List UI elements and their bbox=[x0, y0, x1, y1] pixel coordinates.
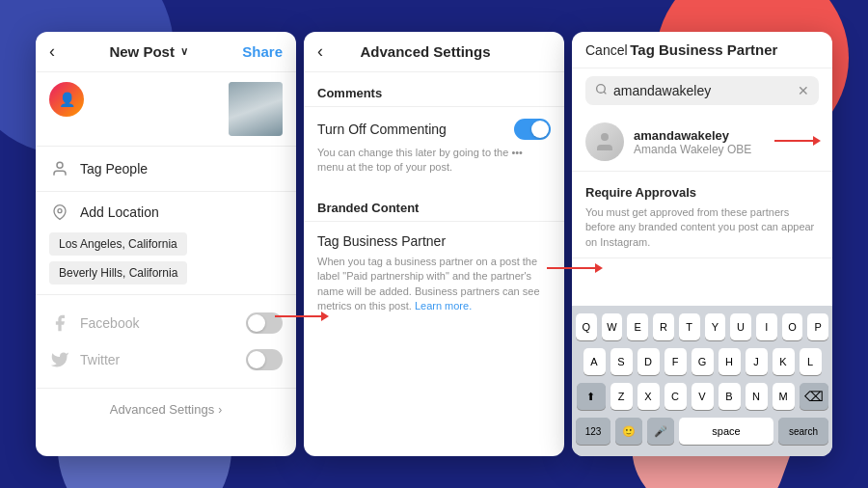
turn-off-commenting-label: Turn Off Commenting bbox=[317, 122, 447, 137]
facebook-toggle[interactable] bbox=[246, 312, 283, 334]
keyboard: Q W E R T Y U I O P A S D F G H J K L bbox=[572, 306, 832, 456]
commenting-toggle-knob bbox=[531, 121, 549, 138]
key-l[interactable]: L bbox=[800, 348, 822, 375]
post-image-row: 👤 bbox=[36, 72, 296, 147]
post-thumb-img bbox=[229, 82, 283, 136]
key-c[interactable]: C bbox=[665, 383, 687, 410]
key-delete[interactable]: ⌫ bbox=[800, 383, 828, 410]
key-s[interactable]: S bbox=[610, 348, 633, 375]
screen2-title: Advanced Settings bbox=[360, 43, 490, 60]
key-p[interactable]: P bbox=[807, 313, 828, 340]
svg-point-1 bbox=[58, 209, 62, 213]
advanced-chevron-icon: › bbox=[218, 403, 222, 417]
search-result-item[interactable]: amandawakeley Amanda Wakeley OBE bbox=[572, 113, 832, 172]
result-avatar bbox=[585, 122, 624, 161]
key-g[interactable]: G bbox=[692, 348, 714, 375]
share-to-section: Facebook Twitter bbox=[36, 295, 296, 389]
key-z[interactable]: Z bbox=[610, 383, 633, 410]
key-w[interactable]: W bbox=[602, 313, 623, 340]
screen2-back-icon[interactable]: ‹ bbox=[317, 41, 323, 62]
screen2-header: ‹ Advanced Settings bbox=[304, 32, 564, 72]
screen1-title: New Post ∨ bbox=[109, 43, 188, 60]
twitter-toggle[interactable] bbox=[246, 349, 283, 370]
location-icon bbox=[49, 202, 70, 223]
svg-point-2 bbox=[597, 85, 606, 94]
screen3-cancel-button[interactable]: Cancel bbox=[585, 42, 628, 58]
key-n[interactable]: N bbox=[746, 383, 768, 410]
location-tags: Los Angeles, California Beverly Hills, C… bbox=[49, 232, 283, 285]
search-input[interactable]: amandawakeley bbox=[613, 83, 792, 98]
key-a[interactable]: A bbox=[583, 348, 606, 375]
tag-business-partner-label[interactable]: Tag Business Partner bbox=[317, 233, 446, 249]
facebook-icon bbox=[49, 312, 70, 334]
twitter-icon bbox=[49, 349, 70, 370]
tag-people-item[interactable]: Tag People bbox=[36, 147, 296, 192]
svg-point-3 bbox=[601, 133, 609, 141]
tag-people-icon bbox=[49, 158, 70, 179]
keyboard-row-4: 123 🙂 🎤 space search bbox=[576, 418, 828, 445]
key-k[interactable]: K bbox=[773, 348, 795, 375]
key-o[interactable]: O bbox=[782, 313, 803, 340]
facebook-label: Facebook bbox=[80, 315, 139, 331]
key-j[interactable]: J bbox=[746, 348, 768, 375]
require-approvals-section: Require Approvals You must get approved … bbox=[572, 172, 832, 258]
share-button[interactable]: Share bbox=[242, 43, 283, 60]
advanced-settings-label: Advanced Settings bbox=[110, 402, 214, 417]
search-icon bbox=[595, 83, 608, 98]
post-thumbnail bbox=[229, 82, 283, 136]
title-chevron-icon: ∨ bbox=[180, 45, 188, 58]
branded-content-section-title: Branded Content bbox=[304, 187, 564, 221]
key-f[interactable]: F bbox=[665, 348, 687, 375]
add-location-label[interactable]: Add Location bbox=[80, 204, 159, 220]
key-num[interactable]: 123 bbox=[576, 418, 610, 445]
key-u[interactable]: U bbox=[730, 313, 751, 340]
comments-section-title: Comments bbox=[304, 72, 564, 106]
learn-more-link[interactable]: Learn more. bbox=[415, 300, 472, 312]
key-d[interactable]: D bbox=[637, 348, 660, 375]
key-t[interactable]: T bbox=[679, 313, 700, 340]
require-approvals-title: Require Approvals bbox=[585, 185, 819, 200]
key-search[interactable]: search bbox=[778, 418, 828, 445]
screen-advanced-settings: ‹ Advanced Settings Comments Turn Off Co… bbox=[304, 32, 564, 456]
key-i[interactable]: I bbox=[756, 313, 777, 340]
avatar: 👤 bbox=[49, 82, 84, 117]
screens-wrapper: ‹ New Post ∨ Share 👤 Tag People bbox=[36, 32, 832, 456]
spacer bbox=[572, 258, 832, 306]
key-y[interactable]: Y bbox=[705, 313, 726, 340]
tag-business-partner-item: Tag Business Partner When you tag a busi… bbox=[304, 222, 564, 326]
location-tag-la[interactable]: Los Angeles, California bbox=[49, 232, 187, 256]
key-v[interactable]: V bbox=[692, 383, 714, 410]
location-tag-bh[interactable]: Beverly Hills, California bbox=[49, 261, 187, 285]
search-clear-icon[interactable]: ✕ bbox=[798, 83, 809, 98]
back-arrow-icon[interactable]: ‹ bbox=[49, 41, 55, 62]
key-emoji[interactable]: 🙂 bbox=[615, 418, 642, 445]
search-bar[interactable]: amandawakeley ✕ bbox=[585, 76, 819, 105]
key-shift[interactable]: ⬆ bbox=[577, 383, 606, 410]
twitter-label: Twitter bbox=[80, 352, 120, 367]
tag-people-label: Tag People bbox=[80, 161, 148, 176]
turn-off-commenting-desc: You can change this later by going to th… bbox=[317, 146, 551, 176]
result-full-name: Amanda Wakeley OBE bbox=[634, 143, 819, 156]
key-b[interactable]: B bbox=[719, 383, 741, 410]
screen-tag-business-partner: Cancel Tag Business Partner amandawakele… bbox=[572, 32, 832, 456]
screen-new-post: ‹ New Post ∨ Share 👤 Tag People bbox=[36, 32, 296, 456]
tag-business-partner-desc: When you tag a business partner on a pos… bbox=[317, 255, 551, 314]
key-r[interactable]: R bbox=[653, 313, 674, 340]
commenting-toggle[interactable] bbox=[514, 119, 551, 140]
keyboard-row-2: A S D F G H J K L bbox=[576, 348, 828, 375]
keyboard-row-1: Q W E R T Y U I O P bbox=[576, 313, 828, 340]
key-mic[interactable]: 🎤 bbox=[647, 418, 674, 445]
key-m[interactable]: M bbox=[773, 383, 795, 410]
svg-point-0 bbox=[57, 162, 63, 168]
key-e[interactable]: E bbox=[627, 313, 648, 340]
screen3-title: Tag Business Partner bbox=[630, 41, 777, 58]
result-username: amandawakeley bbox=[634, 128, 819, 143]
turn-off-commenting-item: Turn Off Commenting You can change this … bbox=[304, 107, 564, 187]
advanced-settings-link[interactable]: Advanced Settings › bbox=[36, 389, 296, 430]
screen1-header: ‹ New Post ∨ Share bbox=[36, 32, 296, 72]
facebook-toggle-knob bbox=[248, 314, 265, 332]
key-x[interactable]: X bbox=[637, 383, 660, 410]
key-space[interactable]: space bbox=[679, 418, 773, 445]
key-h[interactable]: H bbox=[719, 348, 741, 375]
key-q[interactable]: Q bbox=[576, 313, 597, 340]
